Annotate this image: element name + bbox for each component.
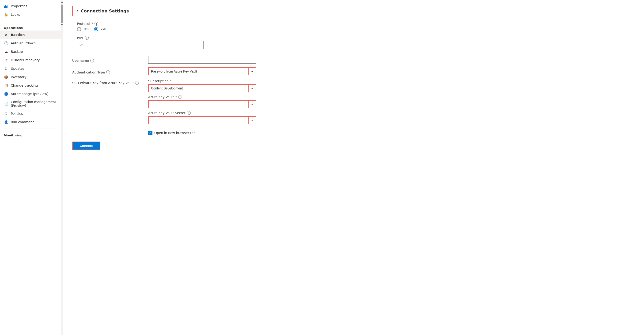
open-new-tab-checkbox[interactable]: ✓ (148, 131, 152, 135)
scroll-thumb[interactable] (61, 5, 62, 23)
sidebar-label-policies: Policies (11, 112, 23, 116)
sidebar: Properties 🔒 Locks Operations ✕ Bastion … (0, 0, 61, 335)
updates-icon: ⚙ (4, 66, 8, 71)
username-input-wrapper (148, 56, 634, 64)
checkbox-check-icon: ✓ (149, 131, 152, 135)
sidebar-label-auto-shutdown: Auto-shutdown (11, 41, 36, 45)
policies-icon: 🛡 (4, 111, 8, 116)
auth-type-select[interactable]: Password Password from Azure Key Vault S… (148, 67, 256, 75)
azure-key-vault-secret-select-wrapper (148, 116, 256, 124)
port-info-icon[interactable]: i (85, 36, 89, 40)
ssh-label: SSH (100, 27, 106, 31)
subscription-select-wrapper: Content Development (148, 84, 256, 92)
username-info-icon[interactable]: i (90, 59, 94, 63)
auth-type-label: Authentication Type i (72, 69, 142, 74)
subscription-label: Subscription * (148, 79, 256, 83)
sidebar-label-updates: Updates (11, 67, 24, 70)
azure-key-vault-secret-field: Azure Key Vault Secret i (148, 111, 256, 124)
connect-button[interactable]: Connect (72, 142, 100, 150)
username-input[interactable] (148, 56, 256, 64)
ssh-radio-circle[interactable] (94, 27, 98, 31)
lock-icon: 🔒 (4, 12, 8, 17)
sidebar-label-inventory: Inventory (11, 75, 26, 79)
subscription-required: * (170, 79, 172, 83)
section-header-operations: Operations (0, 23, 61, 31)
ssh-radio-dot (95, 28, 97, 30)
sidebar-item-run-command[interactable]: 👤 Run command (0, 118, 61, 126)
sidebar-item-auto-shutdown[interactable]: 🕐 Auto-shutdown (0, 39, 61, 48)
sidebar-item-disaster-recovery[interactable]: ⟳ Disaster recovery (0, 56, 61, 64)
azure-key-vault-secret-info-icon[interactable]: i (187, 111, 191, 115)
port-label: Port i (77, 36, 204, 40)
section-header-monitoring: Monitoring (0, 130, 61, 138)
sidebar-item-change-tracking[interactable]: 📋 Change tracking (0, 81, 61, 90)
protocol-rdp-option[interactable]: RDP (77, 27, 89, 31)
sidebar-item-automanage[interactable]: 🔵 Automanage (preview) (0, 90, 61, 98)
scroll-down-arrow[interactable] (61, 24, 63, 25)
automanage-icon: 🔵 (4, 92, 8, 96)
sidebar-label-config-mgmt: Configuration management (Preview) (11, 100, 57, 108)
protocol-radio-group: RDP SSH (77, 27, 634, 31)
sidebar-label-disaster-recovery: Disaster recovery (11, 58, 40, 62)
ssh-key-vault-label: SSH Private Key from Azure Key Vault i (72, 79, 142, 85)
backup-icon: ☁ (4, 49, 8, 54)
open-new-tab-row: ✓ Open in new browser tab (148, 131, 256, 135)
subscription-field: Subscription * Content Development (148, 79, 256, 92)
azure-key-vault-label: Azure Key Vault * i (148, 95, 256, 99)
sidebar-item-locks[interactable]: 🔒 Locks (0, 10, 61, 19)
port-input[interactable] (77, 41, 204, 49)
sidebar-item-inventory[interactable]: 📦 Inventory (0, 73, 61, 81)
azure-key-vault-required: * (175, 95, 177, 99)
connection-settings-header[interactable]: ∧ Connection Settings (72, 6, 161, 16)
username-label: Username i (72, 57, 142, 63)
azure-key-vault-select-wrapper (148, 100, 256, 108)
sidebar-label-backup: Backup (11, 50, 23, 54)
bastion-icon: ✕ (4, 32, 8, 37)
azure-key-vault-info-icon[interactable]: i (178, 95, 182, 99)
connect-section: Connect (72, 142, 634, 150)
clock-icon: 🕐 (4, 41, 8, 46)
sidebar-item-properties[interactable]: Properties (0, 2, 61, 10)
ssh-key-vault-fields: Subscription * Content Development (148, 79, 256, 135)
azure-key-vault-secret-label: Azure Key Vault Secret i (148, 111, 256, 115)
sidebar-label-run-command: Run command (11, 120, 34, 124)
rdp-radio-circle[interactable] (77, 27, 81, 31)
section-title: Connection Settings (81, 9, 129, 13)
protocol-info-icon[interactable]: i (94, 22, 98, 26)
auth-type-wrapper: Password Password from Azure Key Vault S… (148, 67, 256, 75)
collapse-chevron-icon: ∧ (76, 9, 79, 13)
azure-key-vault-field: Azure Key Vault * i (148, 95, 256, 108)
sidebar-item-backup[interactable]: ☁ Backup (0, 48, 61, 56)
protocol-required: * (92, 22, 93, 26)
config-icon: 📄 (4, 101, 8, 106)
sidebar-label-locks: Locks (11, 13, 20, 17)
sidebar-label-bastion: Bastion (11, 33, 25, 37)
open-new-tab-label: Open in new browser tab (154, 131, 196, 135)
azure-key-vault-select[interactable] (148, 100, 256, 108)
properties-icon (4, 4, 8, 9)
sidebar-item-policies[interactable]: 🛡 Policies (0, 109, 61, 118)
rdp-label: RDP (82, 27, 89, 31)
sidebar-label-properties: Properties (11, 4, 28, 8)
scroll-up-arrow[interactable] (61, 2, 63, 3)
sidebar-item-config-mgmt[interactable]: 📄 Configuration management (Preview) (0, 98, 61, 109)
scrollbar[interactable] (61, 0, 63, 335)
protocol-ssh-option[interactable]: SSH (94, 27, 106, 31)
sidebar-label-automanage: Automanage (preview) (11, 92, 48, 96)
sidebar-label-change-tracking: Change tracking (11, 84, 38, 87)
auth-type-select-wrapper: Password Password from Azure Key Vault S… (148, 67, 256, 75)
change-icon: 📋 (4, 83, 8, 88)
run-icon: 👤 (4, 120, 8, 124)
main-content: ∧ Connection Settings Protocol * i RDP S… (63, 0, 644, 335)
sidebar-item-updates[interactable]: ⚙ Updates (0, 64, 61, 73)
ssh-key-vault-info-icon[interactable]: i (135, 81, 139, 85)
subscription-select[interactable]: Content Development (148, 84, 256, 92)
auth-type-info-icon[interactable]: i (106, 70, 110, 74)
dr-icon: ⟳ (4, 58, 8, 63)
protocol-label: Protocol * i (77, 22, 634, 26)
azure-key-vault-secret-select[interactable] (148, 116, 256, 124)
sidebar-item-bastion[interactable]: ✕ Bastion (0, 31, 61, 39)
inventory-icon: 📦 (4, 75, 8, 79)
